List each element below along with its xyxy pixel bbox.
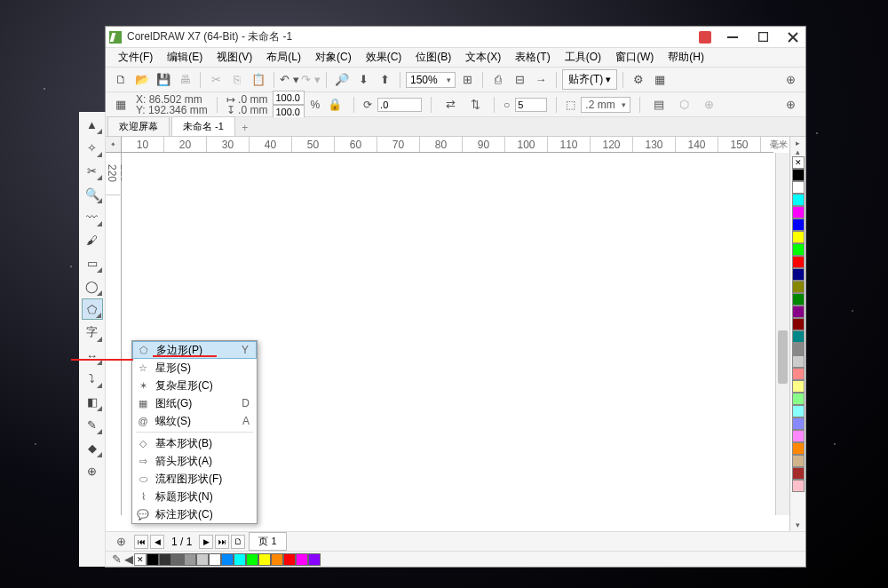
- doc-color-swatch[interactable]: [159, 553, 171, 566]
- lock-ratio-icon[interactable]: 🔒: [325, 95, 345, 115]
- palette-up-icon[interactable]: ▴: [796, 147, 800, 156]
- color-swatch[interactable]: [792, 417, 805, 430]
- align-button[interactable]: ⊟: [510, 70, 529, 90]
- print-button[interactable]: 🖶: [175, 70, 194, 90]
- first-page-button[interactable]: ⏮: [134, 535, 148, 549]
- color-swatch[interactable]: [792, 368, 805, 380]
- flyout-banner-shapes[interactable]: ⌇ 标题形状(N): [132, 488, 257, 505]
- crop-tool[interactable]: ✂: [82, 160, 103, 181]
- color-swatch[interactable]: [792, 181, 805, 194]
- doc-color-swatch[interactable]: [171, 553, 184, 566]
- color-swatch[interactable]: [792, 330, 805, 343]
- color-swatch[interactable]: [792, 169, 805, 181]
- expand-toolbox[interactable]: ⊕: [82, 460, 103, 481]
- snap-button[interactable]: 贴齐(T) ▾: [562, 69, 617, 90]
- doc-color-swatch[interactable]: [147, 553, 159, 566]
- color-swatch[interactable]: [792, 219, 805, 231]
- wrap-text-icon[interactable]: ▤: [649, 95, 669, 115]
- save-button[interactable]: 💾: [154, 70, 173, 90]
- polygon-tool[interactable]: ⬠: [82, 298, 103, 320]
- color-swatch[interactable]: [792, 393, 805, 405]
- color-swatch[interactable]: [792, 480, 805, 492]
- no-color-swatch[interactable]: [792, 156, 805, 169]
- options-button[interactable]: ⚙: [629, 70, 648, 90]
- color-swatch[interactable]: [792, 455, 805, 467]
- interactive-tool[interactable]: ◧: [82, 391, 103, 412]
- vertical-ruler[interactable]: 220210200190: [106, 153, 122, 515]
- doc-color-swatch[interactable]: [221, 553, 234, 566]
- color-swatch[interactable]: [792, 380, 805, 393]
- flyout-callout-shapes[interactable]: 💬 标注形状(C): [132, 505, 257, 523]
- color-swatch[interactable]: [792, 405, 805, 417]
- launch-button[interactable]: →: [531, 70, 551, 90]
- user-indicator[interactable]: [699, 31, 711, 44]
- new-tab-button[interactable]: +: [237, 120, 253, 136]
- mirror-v-icon[interactable]: ⇅: [465, 95, 485, 115]
- connector-tool[interactable]: ⤵: [82, 368, 103, 389]
- prev-page-button[interactable]: ◀: [150, 535, 164, 549]
- publish-button[interactable]: ⎙: [488, 70, 508, 90]
- flyout-arrow-shapes[interactable]: ⇨ 箭头形状(A): [132, 452, 257, 470]
- redo-button[interactable]: ↷ ▾: [301, 70, 321, 90]
- artistic-media-tool[interactable]: 🖌: [82, 229, 103, 250]
- menu-object[interactable]: 对象(C): [310, 48, 357, 67]
- menu-bitmaps[interactable]: 位图(B): [410, 48, 456, 67]
- export-button[interactable]: ⬆: [375, 70, 394, 90]
- add-page-button[interactable]: ⊕: [111, 532, 131, 552]
- zoom-tool[interactable]: 🔍: [82, 183, 103, 204]
- menu-help[interactable]: 帮助(H): [662, 48, 710, 67]
- menu-text[interactable]: 文本(X): [460, 48, 506, 67]
- cut-button[interactable]: ✂: [206, 70, 226, 90]
- doc-color-swatch[interactable]: [258, 553, 271, 566]
- maximize-button[interactable]: [754, 30, 772, 44]
- minimize-button[interactable]: [724, 30, 741, 44]
- doc-color-swatch[interactable]: [196, 553, 209, 566]
- menu-file[interactable]: 文件(F): [113, 48, 158, 67]
- page-setup-icon[interactable]: ▦: [111, 95, 131, 115]
- outline-width[interactable]: .2 mm: [581, 97, 630, 113]
- open-button[interactable]: 📂: [132, 70, 152, 90]
- eyedropper-tool[interactable]: ✎: [82, 414, 103, 435]
- color-swatch[interactable]: [792, 318, 805, 330]
- color-swatch[interactable]: [792, 206, 805, 219]
- doc-color-swatch[interactable]: [283, 553, 296, 566]
- doc-color-swatch[interactable]: [234, 553, 246, 566]
- doc-color-swatch[interactable]: [209, 553, 221, 566]
- menu-layout[interactable]: 布局(L): [261, 48, 306, 67]
- sides-input[interactable]: [515, 98, 547, 112]
- new-button[interactable]: 🗋: [111, 70, 131, 90]
- menu-view[interactable]: 视图(V): [211, 48, 258, 67]
- flyout-spiral[interactable]: @ 螺纹(S) A: [132, 412, 257, 430]
- palette-down-icon[interactable]: ▾: [796, 520, 800, 529]
- dimension-tool[interactable]: ↔: [82, 345, 103, 366]
- doc-color-swatch[interactable]: [296, 553, 308, 566]
- color-swatch[interactable]: [792, 430, 805, 442]
- search-button[interactable]: 🔎: [332, 70, 352, 90]
- flyout-star[interactable]: ☆ 星形(S): [132, 359, 257, 377]
- convert-curves-icon[interactable]: ⬡: [674, 95, 694, 115]
- quick-customize-icon[interactable]: ⊕: [699, 95, 718, 115]
- doc-no-color[interactable]: [134, 553, 147, 566]
- scale-x-input[interactable]: [273, 91, 305, 105]
- menu-tools[interactable]: 工具(O): [559, 48, 607, 67]
- paste-button[interactable]: 📋: [249, 70, 268, 90]
- menu-effects[interactable]: 效果(C): [361, 48, 408, 67]
- flyout-flowchart-shapes[interactable]: ⬭ 流程图形状(F): [132, 470, 257, 488]
- color-swatch[interactable]: [792, 231, 805, 243]
- text-tool[interactable]: 字: [82, 322, 103, 343]
- doc-color-swatch[interactable]: [246, 553, 258, 566]
- pick-tool[interactable]: ▲: [82, 114, 103, 135]
- color-swatch[interactable]: [792, 355, 805, 368]
- tab-welcome[interactable]: 欢迎屏幕: [107, 116, 170, 136]
- color-swatch[interactable]: [792, 306, 805, 318]
- undo-button[interactable]: ↶ ▾: [280, 70, 299, 90]
- color-swatch[interactable]: [792, 467, 805, 480]
- ellipse-tool[interactable]: ◯: [82, 275, 103, 297]
- import-button[interactable]: ⬇: [353, 70, 373, 90]
- color-swatch[interactable]: [792, 293, 805, 306]
- copy-button[interactable]: ⎘: [227, 70, 247, 90]
- flyout-complex-star[interactable]: ✶ 复杂星形(C): [132, 377, 257, 394]
- menu-window[interactable]: 窗口(W): [610, 48, 659, 67]
- flyout-graph-paper[interactable]: ▦ 图纸(G) D: [132, 394, 257, 412]
- freehand-tool[interactable]: 〰: [82, 206, 103, 227]
